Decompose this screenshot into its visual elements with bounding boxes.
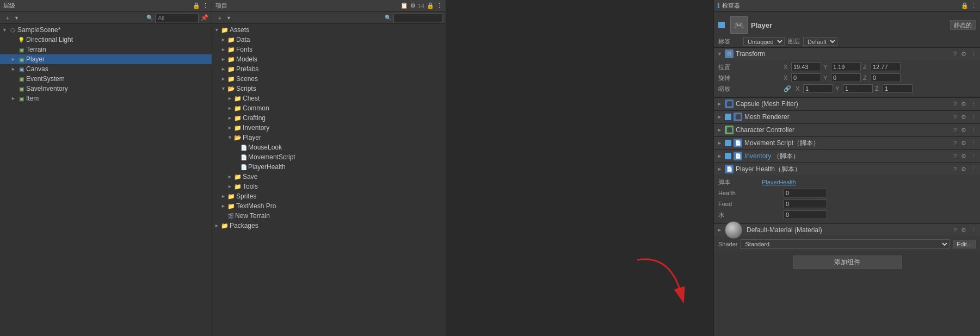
project-item-newterrain[interactable]: 🎬 New Terrain	[212, 211, 446, 221]
mesh-renderer-header[interactable]: ► ⬛ Mesh Renderer ? ⚙ ⋮	[714, 111, 980, 123]
data-label: Data	[236, 36, 250, 43]
pos-x-input[interactable]	[791, 63, 821, 71]
project-item-crafting[interactable]: ► 📁 Crafting	[212, 113, 446, 123]
scale-x-input[interactable]	[803, 84, 833, 93]
sprites-arrow: ►	[221, 194, 227, 199]
project-item-common[interactable]: ► 📁 Common	[212, 103, 446, 113]
assets-folder-icon: 📁	[221, 27, 229, 34]
project-item-textmeshpro[interactable]: ► 📁 TextMesh Pro	[212, 201, 446, 211]
project-item-playerhealth[interactable]: 📄 PlayerHealth	[212, 162, 446, 172]
project-item-chest[interactable]: ► 📁 Chest	[212, 94, 446, 103]
hierarchy-menu-icon: ⋮	[202, 2, 208, 9]
project-item-scenes[interactable]: ► 📁 Scenes	[212, 74, 446, 84]
shader-select[interactable]: Standard	[741, 239, 949, 249]
project-item-fonts[interactable]: ► 📁 Fonts	[212, 45, 446, 54]
hierarchy-search-input[interactable]	[155, 14, 199, 22]
hierarchy-add-button[interactable]: +	[3, 14, 12, 22]
playerhealth-script-row: 脚本 PlayerHealth	[718, 177, 976, 187]
layer-select[interactable]: Default	[803, 37, 837, 46]
scenes-arrow: ►	[221, 76, 227, 82]
static-button[interactable]: 静态的	[950, 20, 976, 30]
mesh-renderer-checkbox[interactable]	[725, 114, 731, 120]
transform-header[interactable]: ▼ ⊞ Transform ? ⚙ ⋮	[714, 48, 980, 60]
chest-label: Chest	[243, 95, 260, 102]
tools-label: Tools	[243, 183, 258, 190]
project-item-prefabs[interactable]: ► 📁 Prefabs	[212, 64, 446, 74]
object-enabled-checkbox[interactable]	[718, 22, 725, 28]
project-item-playerfolder[interactable]: ▼ 📂 Player	[212, 133, 446, 142]
food-input[interactable]	[784, 200, 827, 208]
hierarchy-item-item[interactable]: ► ▣ Item	[0, 94, 212, 103]
hierarchy-item-saveinventory[interactable]: ▣ SaveInventory	[0, 84, 212, 94]
scale-y-label: Y	[835, 85, 842, 92]
shader-edit-button[interactable]: Edit...	[953, 240, 976, 248]
movement-script-header[interactable]: ► 📄 Movement Script（脚本） ? ⚙ ⋮	[714, 137, 980, 149]
hierarchy-item-samplescene[interactable]: ▼ ⬡ SampleScene*	[0, 25, 212, 35]
rot-z-label: Z	[863, 74, 870, 81]
rot-z-input[interactable]	[871, 73, 901, 82]
scale-z-input[interactable]	[883, 84, 913, 93]
save-folder-icon: 📁	[234, 173, 242, 181]
player-health-menu: ⋮	[971, 166, 977, 173]
project-item-save[interactable]: ► 📁 Save	[212, 172, 446, 182]
capsule-meshfilter-header[interactable]: ► ⬛ Capsule (Mesh Filter) ? ⚙ ⋮	[714, 98, 980, 110]
character-controller-name: Character Controller	[736, 126, 953, 134]
rot-y-field: Y	[823, 73, 861, 82]
scale-row: 缩放 🔗 X Y Z	[718, 84, 976, 94]
health-input[interactable]	[784, 189, 827, 197]
object-name: Player	[751, 21, 947, 29]
mesh-renderer-menu: ⋮	[971, 114, 977, 121]
saveinventory-label: SaveInventory	[26, 85, 68, 92]
pos-y-input[interactable]	[831, 63, 861, 71]
project-item-movementscript[interactable]: 📄 MovementScript	[212, 152, 446, 162]
player-health-header[interactable]: ► 📄 Player Health（脚本） ? ⚙ ⋮	[714, 163, 980, 175]
character-controller-header[interactable]: ► ⬛ Character Controller ? ⚙ ⋮	[714, 124, 980, 136]
project-item-mouselook[interactable]: 📄 MouseLook	[212, 142, 446, 152]
add-component-button[interactable]: 添加组件	[793, 256, 902, 269]
hierarchy-item-directionallight[interactable]: 💡 Directional Light	[0, 35, 212, 45]
material-header[interactable]: ► Default-Material (Material) ? ⚙ ⋮	[714, 224, 980, 236]
project-item-packages[interactable]: ► 📁 Packages	[212, 221, 446, 231]
project-item-inventory[interactable]: ► 📁 Inventory	[212, 123, 446, 133]
inventory-script-checkbox[interactable]	[725, 153, 731, 159]
project-item-sprites[interactable]: ► 📁 Sprites	[212, 191, 446, 201]
pos-z-input[interactable]	[871, 63, 901, 71]
project-add-button[interactable]: +	[215, 14, 224, 22]
inventory-link[interactable]: Inventory	[744, 152, 771, 160]
inventory-script-menu: ⋮	[971, 153, 977, 160]
scenes-folder-icon: 📁	[227, 76, 235, 83]
tag-select[interactable]: Untagged	[743, 37, 785, 46]
hierarchy-toolbar: + ▼ 🔍 📌	[0, 12, 212, 24]
project-toolbar: + ▼ 🔍	[212, 12, 446, 24]
hierarchy-item-player[interactable]: ► ▣ Player	[0, 54, 212, 64]
item-arrow: ►	[11, 96, 17, 101]
hierarchy-title: 层级	[3, 2, 15, 10]
object-name-area: Player	[751, 21, 947, 29]
playerhealth-script-value[interactable]: PlayerHealth	[762, 179, 976, 185]
material-question: ?	[953, 227, 957, 233]
hierarchy-item-terrain[interactable]: ▣ Terrain	[0, 45, 212, 54]
project-item-assets[interactable]: ▼ 📁 Assets	[212, 25, 446, 35]
project-item-scripts[interactable]: ▼ 📂 Scripts	[212, 84, 446, 94]
material-settings: ⚙	[961, 227, 966, 234]
rot-x-input[interactable]	[791, 73, 821, 82]
project-item-tools[interactable]: ► 📁 Tools	[212, 182, 446, 191]
scale-y-input[interactable]	[843, 84, 873, 93]
rot-y-input[interactable]	[831, 73, 861, 82]
inspector-header-left: ℹ 检查器	[717, 2, 740, 10]
rot-x-label: X	[784, 74, 790, 81]
water-input[interactable]	[784, 210, 827, 219]
movement-script-checkbox[interactable]	[725, 140, 731, 146]
tag-label: 标签	[718, 38, 740, 46]
canvas-arrow: ►	[11, 66, 17, 72]
hierarchy-item-canvas[interactable]: ► ▣ Canvas	[0, 64, 212, 74]
capsule-meshfilter-icon: ⬛	[725, 99, 734, 108]
inventory-script-header[interactable]: ► 📄 Inventory （脚本） ? ⚙ ⋮	[714, 150, 980, 162]
hierarchy-item-eventsystem[interactable]: ▣ EventSystem	[0, 74, 212, 84]
project-item-models[interactable]: ► 📁 Models	[212, 54, 446, 64]
shader-label: Shader	[718, 241, 737, 247]
transform-name: Transform	[736, 50, 953, 58]
character-controller-question: ?	[953, 127, 957, 133]
project-search-input[interactable]	[393, 14, 442, 22]
project-item-data[interactable]: ► 📁 Data	[212, 35, 446, 45]
